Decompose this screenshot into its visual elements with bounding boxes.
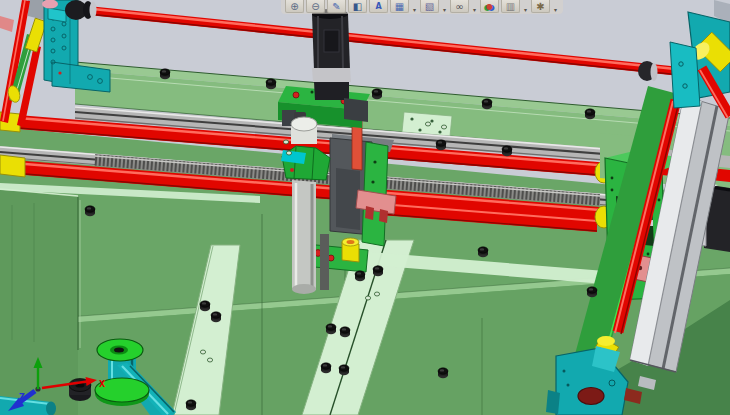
apply-scene-icon[interactable]: ▥	[501, 0, 520, 13]
display-style-caret[interactable]: ▾	[441, 0, 448, 13]
zoom-to-area-icon[interactable]: ⊖	[306, 0, 325, 13]
view-settings-caret[interactable]: ▾	[552, 0, 559, 13]
view-orientation-icon[interactable]: ▦	[390, 0, 409, 13]
section-view-icon[interactable]: ◧	[348, 0, 367, 13]
view-settings-icon[interactable]: ✱	[531, 0, 550, 13]
hide-show-items-caret[interactable]: ▾	[471, 0, 478, 13]
cad-viewport[interactable]: X Z ⊕ ⊖ ✎ ◧ A ▦ ▾ ▧ ▾ ∞ ▾ ● ▥ ▾ ✱ ▾	[0, 0, 730, 415]
edit-appearance-icon[interactable]: ●	[480, 0, 499, 13]
view-orientation-caret[interactable]: ▾	[411, 0, 418, 13]
yellow-cap-cylinder	[342, 238, 359, 262]
shaft-coupling[interactable]	[65, 0, 97, 20]
x-axis-label: X	[99, 380, 106, 389]
model-canvas[interactable]: X Z	[0, 0, 730, 415]
annotations-icon[interactable]: A	[369, 0, 388, 13]
hide-show-items-icon[interactable]: ∞	[450, 0, 469, 13]
apply-scene-caret[interactable]: ▾	[522, 0, 529, 13]
screw-end-nut	[638, 61, 658, 81]
carriage-guide-rod	[320, 234, 329, 290]
previous-view-icon[interactable]: ✎	[327, 0, 346, 13]
heads-up-view-toolbar: ⊕ ⊖ ✎ ◧ A ▦ ▾ ▧ ▾ ∞ ▾ ● ▥ ▾ ✱ ▾	[281, 0, 563, 14]
display-style-icon[interactable]: ▧	[420, 0, 439, 13]
zoom-to-fit-icon[interactable]: ⊕	[285, 0, 304, 13]
z-axis-label: Z	[19, 393, 25, 402]
rod-end-cap-left-lower	[0, 155, 25, 177]
bearing-bore	[578, 388, 604, 405]
